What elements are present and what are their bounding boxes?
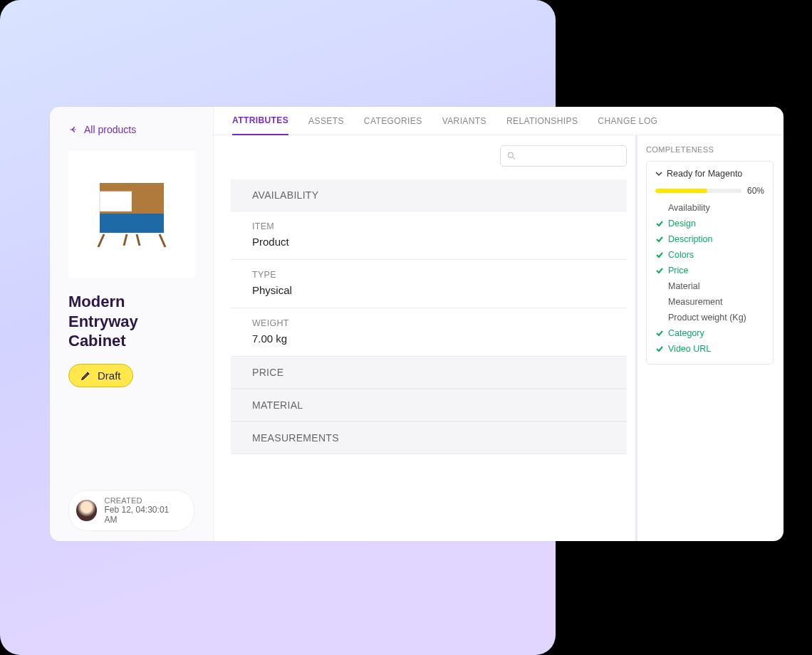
- attribute-value: Physical: [252, 284, 605, 296]
- tab-assets[interactable]: ASSETS: [308, 108, 344, 135]
- check-icon: [655, 219, 664, 228]
- tab-attributes[interactable]: ATTRIBUTES: [232, 107, 288, 135]
- created-label: CREATED: [104, 496, 182, 505]
- completeness-item-label: Product weight (Kg): [668, 313, 746, 323]
- section-header[interactable]: PRICE: [231, 357, 627, 389]
- attribute-search-input[interactable]: [500, 145, 627, 167]
- main-area: ATTRIBUTESASSETSCATEGORIESVARIANTSRELATI…: [214, 107, 784, 541]
- pencil-icon: [80, 370, 92, 381]
- app-window: All products Modern Entryway Cabinet Dra…: [50, 107, 784, 541]
- check-icon: [655, 251, 664, 259]
- search-icon: [506, 151, 516, 161]
- section-header[interactable]: AVAILABILITY: [231, 179, 627, 211]
- check-icon: [655, 235, 664, 243]
- svg-rect-5: [100, 211, 164, 214]
- completeness-item-label: Category: [668, 328, 704, 338]
- tab-change-log[interactable]: CHANGE LOG: [598, 108, 657, 135]
- attribute-value: 7.00 kg: [252, 332, 605, 345]
- svg-line-8: [124, 234, 127, 246]
- completeness-item[interactable]: Price: [655, 263, 764, 278]
- completeness-item-label: Video URL: [668, 344, 711, 354]
- completeness-item-label: Material: [668, 281, 699, 291]
- completeness-title: COMPLETENESS: [646, 145, 774, 154]
- attribute-row[interactable]: WEIGHT7.00 kg: [231, 308, 627, 357]
- attribute-value: Product: [252, 236, 605, 248]
- caret-down-icon: [655, 170, 662, 177]
- tabs-bar: ATTRIBUTESASSETSCATEGORIESVARIANTSRELATI…: [214, 107, 784, 135]
- svg-line-6: [98, 234, 104, 247]
- arrow-left-icon: [68, 125, 78, 135]
- tab-relationships[interactable]: RELATIONSHIPS: [506, 108, 578, 135]
- svg-line-9: [137, 234, 140, 246]
- sidebar: All products Modern Entryway Cabinet Dra…: [50, 107, 214, 541]
- completeness-item[interactable]: Description: [655, 231, 764, 247]
- completeness-item-label: Price: [668, 266, 688, 276]
- completeness-progress: 60%: [655, 186, 764, 196]
- tab-categories[interactable]: CATEGORIES: [364, 108, 422, 135]
- svg-rect-3: [100, 211, 132, 233]
- section-header[interactable]: MATERIAL: [231, 389, 627, 421]
- completeness-item[interactable]: Video URL: [655, 341, 764, 357]
- status-label: Draft: [98, 370, 121, 382]
- completeness-item[interactable]: Availability: [655, 200, 764, 216]
- created-card: CREATED Feb 12, 04:30:01 AM: [68, 490, 194, 531]
- svg-line-11: [513, 157, 515, 159]
- completeness-item-label: Design: [668, 219, 696, 229]
- completeness-group-label: Ready for Magento: [667, 169, 742, 179]
- check-icon: [655, 329, 664, 337]
- created-date: Feb 12, 04:30:01 AM: [104, 505, 182, 525]
- attribute-row[interactable]: ITEMProduct: [231, 211, 627, 260]
- back-label: All products: [84, 124, 136, 135]
- product-title: Modern Entryway Cabinet: [68, 292, 194, 351]
- svg-point-10: [508, 152, 513, 157]
- completeness-percent: 60%: [747, 186, 764, 196]
- svg-line-7: [160, 234, 165, 247]
- attribute-label: WEIGHT: [252, 318, 605, 328]
- status-pill[interactable]: Draft: [68, 364, 133, 387]
- completeness-item[interactable]: Design: [655, 216, 764, 231]
- completeness-item[interactable]: Measurement: [655, 294, 764, 310]
- completeness-item[interactable]: Colors: [655, 247, 764, 263]
- attribute-label: TYPE: [252, 270, 605, 280]
- completeness-item[interactable]: Product weight (Kg): [655, 310, 764, 325]
- completeness-item-label: Availability: [668, 203, 710, 213]
- check-icon: [655, 266, 664, 275]
- product-image[interactable]: [68, 151, 195, 278]
- section-header[interactable]: MEASUREMENTS: [231, 421, 627, 454]
- product-illustration: [93, 179, 171, 250]
- attribute-row[interactable]: TYPEPhysical: [231, 260, 627, 308]
- completeness-item[interactable]: Material: [655, 278, 764, 294]
- svg-rect-4: [132, 211, 164, 233]
- svg-rect-1: [100, 192, 132, 211]
- completeness-card: Ready for Magento 60% AvailabilityDesign…: [646, 161, 774, 365]
- completeness-item[interactable]: Category: [655, 325, 764, 341]
- completeness-column: COMPLETENESS Ready for Magento 60% Avail…: [637, 135, 784, 541]
- attribute-label: ITEM: [252, 221, 605, 231]
- svg-rect-0: [100, 183, 164, 192]
- check-icon: [655, 345, 664, 353]
- completeness-item-label: Colors: [668, 250, 694, 260]
- completeness-item-label: Description: [668, 234, 713, 244]
- completeness-item-label: Measurement: [668, 297, 722, 307]
- attributes-column: AVAILABILITYITEMProductTYPEPhysicalWEIGH…: [214, 135, 637, 541]
- completeness-group-toggle[interactable]: Ready for Magento: [655, 169, 764, 179]
- svg-rect-2: [132, 192, 164, 211]
- creator-avatar: [76, 500, 97, 521]
- tab-variants[interactable]: VARIANTS: [442, 108, 486, 135]
- back-to-products-link[interactable]: All products: [68, 124, 194, 135]
